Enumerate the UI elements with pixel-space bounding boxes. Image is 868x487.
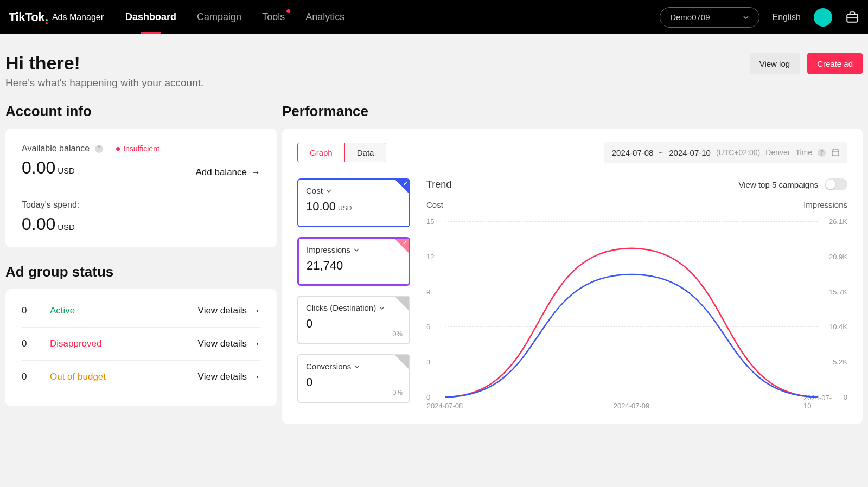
ad-group-count: 0 [22, 338, 28, 349]
notification-dot-icon [286, 9, 290, 13]
language-selector[interactable]: English [773, 12, 801, 22]
insufficient-badge: Insufficient [116, 144, 159, 153]
arrow-right-icon: → [251, 167, 260, 178]
top-bar: TikTok Ads Manager Dashboard Campaign To… [0, 0, 868, 34]
brand-subtitle: Ads Manager [52, 12, 104, 22]
ad-group-status-label: Out of budget [50, 371, 106, 382]
nav-dashboard[interactable]: Dashboard [125, 11, 176, 23]
y-right-tick: 0 [844, 393, 847, 401]
help-icon[interactable]: ? [818, 149, 826, 157]
ad-group-status-title: Ad group status [5, 264, 277, 280]
tab-data[interactable]: Data [345, 143, 387, 162]
check-icon: ✓ [403, 180, 408, 187]
svg-rect-1 [832, 150, 839, 156]
brand-logo: TikTok [9, 10, 49, 24]
nav-analytics[interactable]: Analytics [305, 11, 344, 23]
metric-card-impressions[interactable]: ✓ Impressions 21,740 — [297, 237, 410, 286]
trend-title: Trend [426, 179, 451, 190]
chevron-down-icon [743, 14, 749, 21]
today-spend-value: 0.00USD [22, 214, 260, 234]
y-right-tick: 20.9K [829, 252, 847, 260]
available-balance-value: 0.00USD [22, 158, 159, 178]
ad-group-status-label: Disapproved [50, 338, 101, 349]
today-spend-label: Today's spend: [22, 200, 260, 210]
chevron-down-icon [326, 188, 331, 194]
metric-card-clicks[interactable]: Clicks (Destination) 0 0% [297, 296, 410, 344]
right-axis-label: Impressions [803, 200, 847, 209]
add-balance-button[interactable]: Add balance→ [195, 167, 260, 178]
ad-group-status-label: Active [50, 305, 75, 316]
date-tz: (UTC+02:00) [716, 148, 760, 157]
y-right-tick: 10.4K [829, 323, 847, 331]
y-left-tick: 12 [426, 252, 434, 260]
account-selector[interactable]: Demo0709 [660, 7, 759, 28]
ad-group-count: 0 [22, 305, 28, 316]
arrow-right-icon: → [251, 371, 260, 382]
date-to: 2024-07-10 [669, 148, 711, 157]
date-sep: ~ [659, 148, 663, 157]
arrow-right-icon: → [251, 305, 260, 316]
chart-lines [445, 221, 818, 397]
business-center-icon[interactable] [845, 10, 859, 24]
view-details-button[interactable]: View details→ [198, 338, 260, 349]
create-ad-button[interactable]: Create ad [807, 53, 863, 74]
account-name: Demo0709 [670, 12, 710, 22]
performance-card: Graph Data 2024-07-08 ~ 2024-07-10 (UTC+… [282, 129, 863, 424]
view-details-button[interactable]: View details→ [198, 371, 260, 382]
view-details-button[interactable]: View details→ [198, 305, 260, 316]
page-greeting: Hi there! [5, 53, 203, 74]
account-info-card: Available balance ? Insufficient 0.00USD… [5, 129, 277, 247]
ad-group-row: 0Disapproved View details→ [22, 328, 260, 361]
trend-chart: Trend View top 5 campaigns Cost Impressi… [426, 178, 847, 410]
y-left-tick: 6 [426, 323, 430, 331]
top-right-cluster: Demo0709 English [660, 7, 859, 28]
avatar[interactable] [814, 8, 832, 27]
chevron-down-icon [354, 247, 359, 253]
view-log-button[interactable]: View log [750, 53, 800, 74]
ad-group-status-card: 0Active View details→ 0Disapproved View … [5, 289, 277, 406]
date-range-picker[interactable]: 2024-07-08 ~ 2024-07-10 (UTC+02:00) Denv… [604, 142, 847, 163]
tab-graph[interactable]: Graph [297, 143, 345, 162]
ad-group-row: 0Out of budget View details→ [22, 361, 260, 393]
y-right-tick: 5.2K [833, 358, 847, 366]
chevron-down-icon [379, 305, 385, 311]
y-left-tick: 0 [426, 393, 430, 401]
metric-card-conversions[interactable]: Conversions 0 0% [297, 354, 410, 403]
y-right-tick: 15.7K [829, 287, 847, 296]
view-top-campaigns-toggle[interactable] [825, 178, 847, 190]
calendar-icon [831, 148, 840, 157]
y-left-tick: 15 [426, 217, 434, 226]
y-left-tick: 9 [426, 287, 430, 296]
check-icon: ✓ [403, 239, 407, 246]
chevron-down-icon [354, 364, 360, 369]
perf-tabs: Graph Data [297, 143, 386, 162]
available-balance-label: Available balance [22, 144, 90, 153]
x-tick: 2024-07-09 [614, 402, 650, 410]
date-city: Denver [765, 148, 790, 157]
main-nav: Dashboard Campaign Tools Analytics [125, 11, 344, 23]
nav-campaign[interactable]: Campaign [197, 11, 241, 23]
y-left-tick: 3 [426, 358, 430, 366]
view-top-campaigns-label: View top 5 campaigns [739, 180, 818, 189]
ad-group-count: 0 [22, 371, 28, 382]
time-label: Time [795, 148, 812, 157]
page-subgreeting: Here's what's happening with your accoun… [5, 77, 203, 89]
y-right-tick: 26.1K [829, 217, 847, 226]
ad-group-row: 0Active View details→ [22, 294, 260, 328]
date-from: 2024-07-08 [612, 148, 654, 157]
account-info-title: Account info [5, 103, 277, 120]
help-icon[interactable]: ? [95, 145, 103, 153]
x-tick: 2024-07-08 [427, 402, 463, 410]
nav-tools[interactable]: Tools [262, 11, 285, 23]
metric-card-cost[interactable]: ✓ Cost 10.00USD — [297, 178, 410, 227]
left-axis-label: Cost [426, 200, 443, 209]
arrow-right-icon: → [251, 338, 260, 349]
performance-title: Performance [282, 103, 863, 120]
